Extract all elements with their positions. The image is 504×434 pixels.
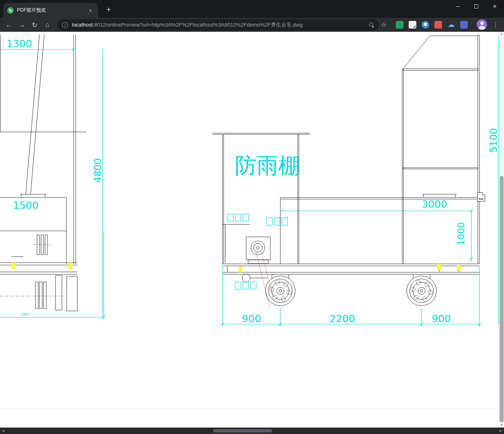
vertical-scrollbar[interactable]: ▲ ▼ [499,32,504,428]
dim-label-900-left: 900 [242,313,261,325]
minimize-icon [456,6,460,7]
extension-red-icon[interactable] [434,21,442,29]
dwg-preview-page: 1300 4800 1500 1985 [0,32,504,428]
new-tab-button[interactable]: + [104,5,113,14]
extension-blue-circle-icon[interactable] [422,21,429,29]
maximize-icon [474,4,478,8]
right-elevation-view [280,35,479,264]
scroll-left-icon[interactable]: ◄ [0,428,6,434]
window-close-button[interactable]: × [485,0,504,13]
back-button[interactable]: ← [3,19,14,31]
zoom-search-icon[interactable] [369,23,374,27]
page-info-icon[interactable]: i [62,22,68,28]
browser-menu-icon[interactable]: ⋮ [491,19,500,31]
dim-label-1300: 1300 [6,38,32,49]
dim-label-1500: 1500 [13,200,39,211]
dim-label-3000: 3000 [422,198,447,210]
browser-tab[interactable]: PDF图片预览 × [3,3,98,18]
left-view-dimensions: 1300 4800 1500 1985 [0,38,105,319]
extension-cloud-icon[interactable]: ☁ [447,21,455,29]
shelter-text: 防雨棚 [235,153,300,178]
horizontal-scrollbar[interactable]: ◄ ► [0,428,504,434]
dim-label-1000: 1000 [456,222,466,246]
bookmark-star-icon[interactable]: ☆ [379,19,389,31]
browser-toolbar: ← → ↻ ⌂ i localhost:8012/onlinePreview?u… [0,18,504,32]
wheel-left [265,276,295,306]
page-separator [0,409,499,409]
pdf-badge-label: PDF [479,198,484,200]
horizontal-scroll-thumb[interactable] [213,429,272,432]
wheel-right [407,276,436,306]
profile-avatar[interactable] [477,19,487,30]
url-text[interactable]: localhost:8012/onlinePreview?url=http%3A… [72,21,366,29]
scroll-right-icon[interactable]: ► [498,428,504,434]
reload-button[interactable]: ↻ [29,19,40,31]
left-elevation-view [0,35,86,311]
dim-label-2200: 2200 [329,313,355,325]
pdf-file-badge[interactable]: PDF [477,192,485,202]
extension-translate-icon[interactable] [409,21,416,29]
extension-indigo-icon[interactable] [460,21,468,29]
forward-button[interactable]: → [16,19,27,31]
favicon-leaf-icon [7,7,14,14]
window-controls: × [448,0,504,13]
highlight-marks [12,263,461,272]
scroll-up-icon[interactable]: ▲ [499,32,504,37]
window-maximize-button[interactable] [467,0,485,13]
dim-label-4800: 4800 [92,158,103,183]
cad-drawing: 1300 4800 1500 1985 [0,32,499,410]
dim-label-5100: 5100 [488,128,499,152]
url-host: localhost [72,22,93,28]
extension-green-icon[interactable] [396,21,403,29]
vertical-scroll-thumb[interactable] [500,176,504,422]
browser-titlebar: PDF图片预览 × + × [0,0,504,18]
right-view-dimensions: 3000 1000 5100 [280,36,499,324]
dim-label-small: 1985 [20,313,29,317]
address-bar[interactable]: i localhost:8012/onlinePreview?url=http%… [57,19,379,31]
tab-title: PDF图片预览 [17,7,87,14]
tab-close-icon[interactable]: × [87,7,94,14]
bottom-dimensions: 900 2200 900 [221,266,481,326]
window-minimize-button[interactable] [448,0,467,13]
shelter-label: 防雨棚 [235,153,300,178]
home-button[interactable]: ⌂ [42,19,53,31]
scroll-down-icon[interactable]: ▼ [499,423,504,428]
dim-label-900-right: 900 [432,313,451,325]
url-path: :8012/onlinePreview?url=http%3A%2F%2Floc… [93,22,302,28]
